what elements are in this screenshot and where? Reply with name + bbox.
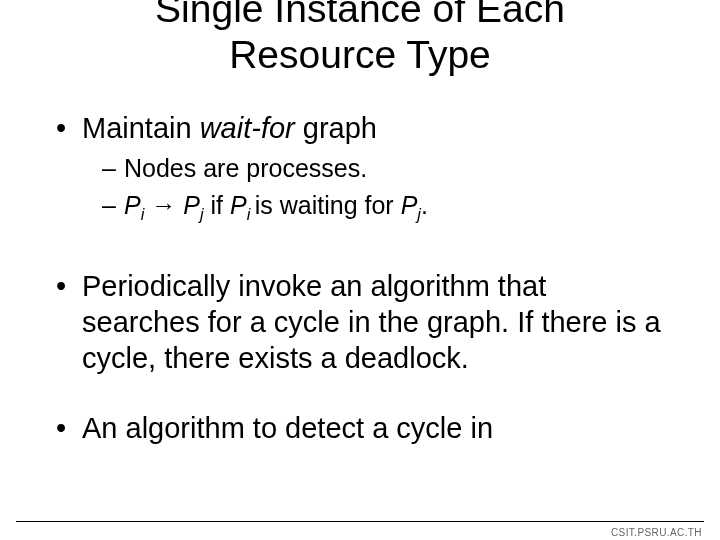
arrow: →	[144, 191, 183, 219]
bullet-1: Maintain wait-for graph Nodes are proces…	[54, 110, 669, 226]
pj2-sym: P	[401, 191, 418, 219]
bullet-3-text: An algorithm to detect a cycle in	[82, 412, 493, 444]
wait-text: is waiting for	[255, 191, 401, 219]
slide: Single Instance of Each Resource Type Ma…	[0, 0, 720, 540]
sub-list-1: Nodes are processes. Pi → Pj if Pi is wa…	[82, 152, 669, 225]
bullet-3: An algorithm to detect a cycle in	[54, 410, 669, 446]
bullet-1-text-b: graph	[295, 112, 377, 144]
pj-sym: P	[183, 191, 200, 219]
pi2-sym: P	[230, 191, 247, 219]
bullet-2: Periodically invoke an algorithm that se…	[54, 268, 669, 377]
bullet-2-text: Periodically invoke an algorithm that se…	[82, 270, 661, 375]
sub-bullet-1-text: Nodes are processes.	[124, 154, 367, 182]
spacer-1	[54, 234, 669, 268]
title-line-2: Resource Type	[229, 33, 491, 76]
dot: .	[421, 191, 428, 219]
if-text: if	[204, 191, 230, 219]
title-line-1: Single Instance of Each	[155, 0, 565, 30]
footer-text: CSIT.PSRU.AC.TH	[611, 527, 702, 538]
bullet-list: Maintain wait-for graph Nodes are proces…	[54, 110, 669, 447]
bullet-1-text-a: Maintain	[82, 112, 200, 144]
sub-bullet-1: Nodes are processes.	[102, 152, 669, 185]
slide-title: Single Instance of Each Resource Type	[0, 0, 720, 78]
pi2-sub: i	[247, 205, 255, 223]
pi-sym: P	[124, 191, 141, 219]
spacer-2	[54, 384, 669, 410]
bullet-1-em: wait-for	[200, 112, 295, 144]
slide-body: Maintain wait-for graph Nodes are proces…	[54, 110, 669, 455]
footer-rule	[16, 521, 704, 522]
sub-bullet-2: Pi → Pj if Pi is waiting for Pj.	[102, 189, 669, 225]
